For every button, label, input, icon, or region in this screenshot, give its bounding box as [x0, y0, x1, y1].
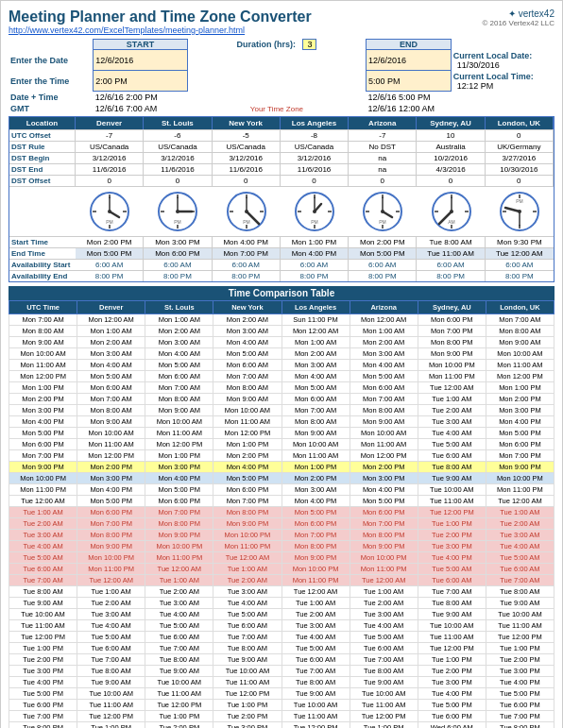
table-cell: Mon 7:00 PM: [418, 326, 486, 337]
empty7: [272, 92, 367, 104]
table-cell: Tue 5:00 PM: [9, 688, 77, 700]
dst-offset-london[interactable]: 0: [486, 176, 554, 186]
table-cell: Tue 5:00 AM: [282, 643, 350, 654]
dst-offset-denver[interactable]: 0: [76, 176, 144, 186]
table-cell: Tue 3:00 PM: [213, 722, 282, 729]
avail-start-stlouis[interactable]: 6:00 AM: [144, 260, 212, 270]
table-cell: Mon 8:00 AM: [350, 405, 418, 416]
avail-end-la[interactable]: 8:00 PM: [281, 271, 349, 281]
table-row: Tue 11:00 AMTue 4:00 AMTue 5:00 AMTue 6:…: [9, 620, 554, 632]
table-cell: Mon 3:00 PM: [350, 473, 418, 484]
avail-start-denver[interactable]: 6:00 AM: [76, 260, 144, 270]
table-cell: Mon 4:00 PM: [145, 473, 213, 484]
dst-offset-sydney[interactable]: 0: [417, 176, 485, 186]
end-date[interactable]: 12/6/2016: [367, 50, 452, 71]
table-cell: Mon 5:00 PM: [77, 496, 145, 507]
table-cell: Mon 4:00 PM: [213, 462, 282, 473]
utc-arizona[interactable]: -7: [349, 130, 417, 141]
start-gmt: 12/6/16 7:00 AM: [94, 103, 188, 114]
dst-end-london[interactable]: 10/30/2016: [486, 164, 554, 175]
dst-rule-newyork[interactable]: US/Canada: [213, 142, 281, 152]
utc-newyork[interactable]: -5: [213, 130, 281, 141]
dst-offset-stlouis[interactable]: 0: [144, 176, 212, 186]
header-left: Meeting Planner and Time Zone Converter …: [9, 8, 312, 35]
dst-begin-sydney[interactable]: 10/2/2016: [417, 153, 485, 163]
table-cell: Tue 1:00 AM: [213, 564, 282, 575]
table-cell: Mon 9:00 PM: [282, 552, 350, 564]
start-arizona: Mon 2:00 PM: [349, 237, 417, 247]
svg-point-16: [176, 210, 179, 213]
avail-start-newyork[interactable]: 6:00 AM: [213, 260, 281, 270]
dst-rule-denver[interactable]: US/Canada: [76, 142, 144, 152]
empty5: [272, 71, 367, 92]
dst-rule-london[interactable]: UK/Germany: [486, 142, 554, 152]
end-header: END: [367, 40, 452, 50]
avail-end-stlouis[interactable]: 8:00 PM: [144, 271, 212, 281]
loc-col-london: London, UK: [486, 117, 554, 129]
duration-value[interactable]: 3: [302, 39, 316, 50]
avail-start-arizona[interactable]: 6:00 AM: [349, 260, 417, 270]
table-cell: Mon 5:00 PM: [486, 428, 554, 439]
svg-point-7: [108, 210, 111, 213]
dst-end-newyork[interactable]: 11/6/2016: [213, 164, 281, 175]
avail-end-london[interactable]: 8:00 PM: [486, 271, 554, 281]
table-cell: Mon 5:00 AM: [282, 382, 350, 394]
clocks-label-empty: [9, 191, 76, 232]
utc-offset-row: UTC Offset -7 -6 -5 -8 -7 10 0: [9, 129, 554, 141]
table-cell: Tue 2:00 PM: [145, 722, 213, 729]
start-time[interactable]: 2:00 PM: [94, 71, 188, 92]
utc-stlouis[interactable]: -6: [144, 130, 212, 141]
dst-rule-la[interactable]: US/Canada: [281, 142, 349, 152]
avail-start-row: Availability Start 6:00 AM 6:00 AM 6:00 …: [9, 259, 554, 270]
dst-offset-label: DST Offset: [9, 176, 76, 186]
end-time[interactable]: 5:00 PM: [367, 71, 452, 92]
utc-london[interactable]: 0: [486, 130, 554, 141]
table-cell: Tue 5:00 AM: [213, 609, 282, 620]
dst-offset-newyork[interactable]: 0: [213, 176, 281, 186]
start-date[interactable]: 12/6/2016: [94, 50, 188, 71]
dst-rule-sydney[interactable]: Australia: [417, 142, 485, 152]
table-cell: Mon 9:00 AM: [282, 428, 350, 439]
table-cell: Mon 8:00 AM: [282, 416, 350, 428]
dst-end-stlouis[interactable]: 11/6/2016: [144, 164, 212, 175]
header-link[interactable]: http://www.vertex42.com/ExcelTemplates/m…: [9, 25, 312, 35]
dst-rule-arizona[interactable]: No DST: [349, 142, 417, 152]
avail-end-arizona[interactable]: 8:00 PM: [349, 271, 417, 281]
utc-la[interactable]: -8: [281, 130, 349, 141]
avail-start-la[interactable]: 6:00 AM: [281, 260, 349, 270]
avail-end-newyork[interactable]: 8:00 PM: [213, 271, 281, 281]
dst-offset-la[interactable]: 0: [281, 176, 349, 186]
dst-offset-arizona[interactable]: 0: [349, 176, 417, 186]
table-cell: Mon 12:00 AM: [77, 314, 145, 326]
table-cell: Tue 8:00 AM: [213, 643, 282, 654]
avail-end-sydney[interactable]: 8:00 PM: [417, 271, 485, 281]
table-cell: Tue 11:00 AM: [418, 632, 486, 643]
table-cell: Mon 10:00 PM: [9, 473, 77, 484]
table-cell: Mon 12:00 PM: [77, 450, 145, 462]
table-row: Mon 9:00 PMMon 2:00 PMMon 3:00 PMMon 4:0…: [9, 462, 554, 473]
table-cell: Mon 6:00 PM: [145, 496, 213, 507]
dst-begin-la[interactable]: 3/12/2016: [281, 153, 349, 163]
table-cell: Tue 5:00 PM: [418, 700, 486, 711]
dst-begin-newyork[interactable]: 3/12/2016: [213, 153, 281, 163]
dst-end-sydney[interactable]: 4/3/2016: [417, 164, 485, 175]
avail-start-london[interactable]: 6:00 AM: [486, 260, 554, 270]
loc-col-location: Location: [9, 117, 76, 129]
table-cell: Mon 11:00 AM: [213, 416, 282, 428]
utc-sydney[interactable]: 10: [417, 130, 485, 141]
table-row: Mon 8:00 AMMon 1:00 AMMon 2:00 AMMon 3:0…: [9, 326, 554, 337]
dst-end-la[interactable]: 11/6/2016: [281, 164, 349, 175]
dst-begin-denver[interactable]: 3/12/2016: [76, 153, 144, 163]
avail-start-sydney[interactable]: 6:00 AM: [417, 260, 485, 270]
utc-denver[interactable]: -7: [76, 130, 144, 141]
gmt-row: GMT 12/6/16 7:00 AM Your Time Zone 12/6/…: [9, 103, 554, 114]
table-cell: Mon 2:00 PM: [282, 473, 350, 484]
avail-end-denver[interactable]: 8:00 PM: [76, 271, 144, 281]
table-cell: Mon 3:00 PM: [77, 473, 145, 484]
dst-begin-london[interactable]: 3/27/2016: [486, 153, 554, 163]
table-cell: Tue 3:00 AM: [9, 530, 77, 541]
dst-end-denver[interactable]: 11/6/2016: [76, 164, 144, 175]
dst-rule-stlouis[interactable]: US/Canada: [144, 142, 212, 152]
dst-begin-stlouis[interactable]: 3/12/2016: [144, 153, 212, 163]
table-cell: Tue 10:00 AM: [9, 609, 77, 620]
